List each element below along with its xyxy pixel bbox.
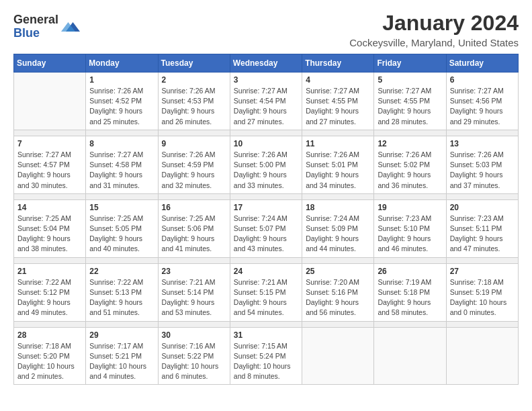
week-divider [14,130,519,136]
calendar-table: SundayMondayTuesdayWednesdayThursdayFrid… [13,54,519,385]
calendar-cell: 19Sunrise: 7:23 AMSunset: 5:10 PMDayligh… [374,199,446,257]
day-number: 12 [378,139,442,148]
day-info: Sunrise: 7:21 AMSunset: 5:15 PMDaylight:… [234,277,298,318]
day-number: 17 [234,203,298,212]
day-info: Sunrise: 7:27 AMSunset: 4:58 PMDaylight:… [89,150,154,191]
day-number: 2 [162,75,226,85]
calendar-header-cell: Tuesday [158,54,230,73]
calendar-cell: 27Sunrise: 7:18 AMSunset: 5:19 PMDayligh… [446,263,518,321]
day-info: Sunrise: 7:15 AMSunset: 5:24 PMDaylight:… [234,341,298,382]
calendar-cell: 11Sunrise: 7:26 AMSunset: 5:01 PMDayligh… [302,136,374,193]
day-number: 26 [378,267,442,276]
calendar-week-row: 28Sunrise: 7:18 AMSunset: 5:20 PMDayligh… [14,327,519,385]
calendar-cell: 5Sunrise: 7:27 AMSunset: 4:55 PMDaylight… [374,73,446,130]
calendar-cell: 25Sunrise: 7:20 AMSunset: 5:16 PMDayligh… [302,263,374,321]
calendar-cell: 4Sunrise: 7:27 AMSunset: 4:55 PMDaylight… [302,73,374,130]
day-info: Sunrise: 7:18 AMSunset: 5:20 PMDaylight:… [17,341,82,382]
logo-text: General Blue [13,13,58,40]
day-number: 8 [89,139,154,148]
day-number: 28 [17,330,82,340]
calendar-cell: 6Sunrise: 7:27 AMSunset: 4:56 PMDaylight… [446,73,518,130]
day-number: 6 [450,75,515,85]
calendar-cell: 26Sunrise: 7:19 AMSunset: 5:18 PMDayligh… [374,263,446,321]
day-number: 5 [378,75,442,85]
calendar-cell: 17Sunrise: 7:24 AMSunset: 5:07 PMDayligh… [230,199,302,257]
day-info: Sunrise: 7:27 AMSunset: 4:55 PMDaylight:… [306,86,370,127]
day-info: Sunrise: 7:27 AMSunset: 4:56 PMDaylight:… [450,86,515,127]
week-divider [14,193,519,199]
day-info: Sunrise: 7:22 AMSunset: 5:12 PMDaylight:… [17,277,82,318]
day-info: Sunrise: 7:21 AMSunset: 5:14 PMDaylight:… [162,277,226,318]
calendar-header-cell: Wednesday [230,54,302,73]
day-info: Sunrise: 7:17 AMSunset: 5:21 PMDaylight:… [89,341,154,382]
day-number: 10 [234,139,298,148]
day-number: 18 [306,203,370,212]
day-info: Sunrise: 7:26 AMSunset: 5:01 PMDaylight:… [306,150,370,191]
logo: General Blue [13,13,80,40]
day-info: Sunrise: 7:26 AMSunset: 4:53 PMDaylight:… [162,86,226,127]
calendar-cell: 8Sunrise: 7:27 AMSunset: 4:58 PMDaylight… [86,136,158,193]
calendar-week-row: 21Sunrise: 7:22 AMSunset: 5:12 PMDayligh… [14,263,519,321]
page-subtitle: Cockeysville, Maryland, United States [349,37,519,48]
calendar-week-row: 7Sunrise: 7:27 AMSunset: 4:57 PMDaylight… [14,136,519,193]
day-info: Sunrise: 7:26 AMSunset: 5:02 PMDaylight:… [378,150,442,191]
day-number: 27 [450,267,515,276]
day-number: 19 [378,203,442,212]
calendar-cell: 12Sunrise: 7:26 AMSunset: 5:02 PMDayligh… [374,136,446,193]
calendar-header-cell: Saturday [446,54,518,73]
calendar-cell: 28Sunrise: 7:18 AMSunset: 5:20 PMDayligh… [14,327,86,385]
day-info: Sunrise: 7:25 AMSunset: 5:05 PMDaylight:… [89,214,154,255]
logo-general: General [13,13,58,27]
calendar-cell: 23Sunrise: 7:21 AMSunset: 5:14 PMDayligh… [158,263,230,321]
page-header: General Blue January 2024 Cockeysville, … [13,11,519,48]
week-divider [14,321,519,327]
day-info: Sunrise: 7:23 AMSunset: 5:10 PMDaylight:… [378,214,442,255]
calendar-header-cell: Thursday [302,54,374,73]
day-number: 13 [450,139,515,148]
day-info: Sunrise: 7:26 AMSunset: 5:03 PMDaylight:… [450,150,515,191]
calendar-cell: 21Sunrise: 7:22 AMSunset: 5:12 PMDayligh… [14,263,86,321]
calendar-cell: 15Sunrise: 7:25 AMSunset: 5:05 PMDayligh… [86,199,158,257]
day-info: Sunrise: 7:26 AMSunset: 4:59 PMDaylight:… [162,150,226,191]
day-info: Sunrise: 7:16 AMSunset: 5:22 PMDaylight:… [162,341,226,382]
day-number: 30 [162,330,226,340]
day-number: 9 [162,139,226,148]
day-number: 24 [234,267,298,276]
logo-blue: Blue [13,27,58,40]
title-block: January 2024 Cockeysville, Maryland, Uni… [349,11,519,48]
day-info: Sunrise: 7:23 AMSunset: 5:11 PMDaylight:… [450,214,515,255]
day-info: Sunrise: 7:24 AMSunset: 5:09 PMDaylight:… [306,214,370,255]
calendar-cell: 29Sunrise: 7:17 AMSunset: 5:21 PMDayligh… [86,327,158,385]
calendar-cell: 20Sunrise: 7:23 AMSunset: 5:11 PMDayligh… [446,199,518,257]
day-info: Sunrise: 7:22 AMSunset: 5:13 PMDaylight:… [89,277,154,318]
day-number: 16 [162,203,226,212]
calendar-cell: 9Sunrise: 7:26 AMSunset: 4:59 PMDaylight… [158,136,230,193]
day-number: 29 [89,330,154,340]
calendar-cell: 22Sunrise: 7:22 AMSunset: 5:13 PMDayligh… [86,263,158,321]
calendar-header-cell: Friday [374,54,446,73]
day-number: 1 [89,75,154,85]
day-number: 7 [17,139,82,148]
calendar-cell [14,73,86,130]
calendar-header-row: SundayMondayTuesdayWednesdayThursdayFrid… [14,54,519,73]
day-number: 21 [17,267,82,276]
calendar-cell: 7Sunrise: 7:27 AMSunset: 4:57 PMDaylight… [14,136,86,193]
day-info: Sunrise: 7:27 AMSunset: 4:55 PMDaylight:… [378,86,442,127]
calendar-week-row: 1Sunrise: 7:26 AMSunset: 4:52 PMDaylight… [14,73,519,130]
calendar-header-cell: Monday [86,54,158,73]
calendar-cell: 31Sunrise: 7:15 AMSunset: 5:24 PMDayligh… [230,327,302,385]
day-number: 31 [234,330,298,340]
calendar-cell: 3Sunrise: 7:27 AMSunset: 4:54 PMDaylight… [230,73,302,130]
calendar-cell: 10Sunrise: 7:26 AMSunset: 5:00 PMDayligh… [230,136,302,193]
day-info: Sunrise: 7:26 AMSunset: 5:00 PMDaylight:… [234,150,298,191]
calendar-cell: 24Sunrise: 7:21 AMSunset: 5:15 PMDayligh… [230,263,302,321]
day-number: 3 [234,75,298,85]
calendar-cell: 13Sunrise: 7:26 AMSunset: 5:03 PMDayligh… [446,136,518,193]
calendar-cell: 18Sunrise: 7:24 AMSunset: 5:09 PMDayligh… [302,199,374,257]
day-number: 15 [89,203,154,212]
day-info: Sunrise: 7:25 AMSunset: 5:06 PMDaylight:… [162,214,226,255]
calendar-cell: 2Sunrise: 7:26 AMSunset: 4:53 PMDaylight… [158,73,230,130]
day-number: 4 [306,75,370,85]
calendar-cell: 16Sunrise: 7:25 AMSunset: 5:06 PMDayligh… [158,199,230,257]
day-info: Sunrise: 7:20 AMSunset: 5:16 PMDaylight:… [306,277,370,318]
